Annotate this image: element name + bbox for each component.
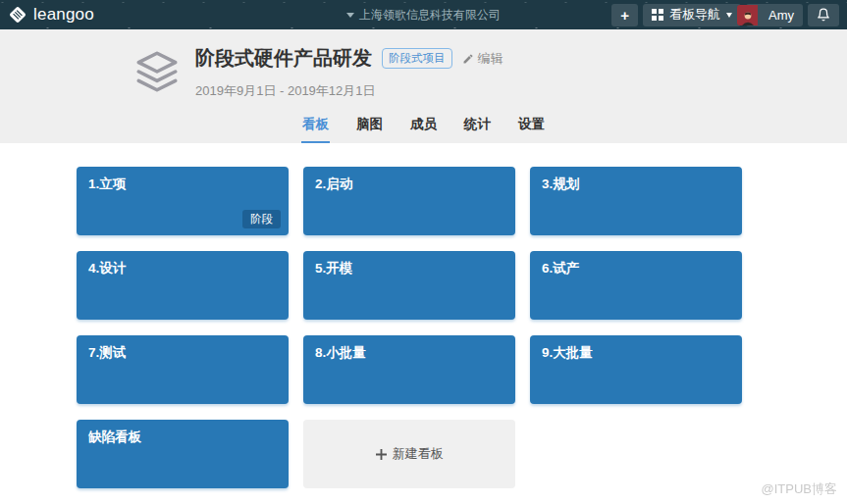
project-header: 阶段式硬件产品研发 阶段式项目 编辑 2019年9月1日 - 2019年12月1… xyxy=(0,29,847,143)
page-title: 阶段式硬件产品研发 xyxy=(195,45,372,72)
leangoo-logo-icon xyxy=(8,5,27,25)
boards-area: 1.立项 阶段 2.启动 3.规划 4.设计 5.开模 6.试产 7.测试 8.… xyxy=(0,143,847,504)
edit-project-button[interactable]: 编辑 xyxy=(462,50,503,68)
navbar-right: + 看板导航 Amy xyxy=(611,4,839,26)
board-name: 3.规划 xyxy=(542,176,730,193)
plus-icon: + xyxy=(620,8,629,23)
user-name: Amy xyxy=(755,8,794,23)
board-card-dapiliang[interactable]: 9.大批量 xyxy=(530,335,742,404)
board-card-guihua[interactable]: 3.规划 xyxy=(530,167,742,235)
tab-board[interactable]: 看板 xyxy=(301,110,330,143)
leangoo-logo[interactable]: leangoo xyxy=(8,5,94,25)
board-name: 5.开模 xyxy=(315,260,503,277)
tab-mindmap[interactable]: 脑图 xyxy=(355,110,384,143)
project-header-inner: 阶段式硬件产品研发 阶段式项目 编辑 2019年9月1日 - 2019年12月1… xyxy=(0,29,847,100)
add-button[interactable]: + xyxy=(611,4,638,26)
tab-members[interactable]: 成员 xyxy=(409,110,438,143)
tab-settings[interactable]: 设置 xyxy=(517,110,546,143)
board-card-quexian[interactable]: 缺陷看板 xyxy=(77,420,289,488)
boards-grid: 1.立项 阶段 2.启动 3.规划 4.设计 5.开模 6.试产 7.测试 8.… xyxy=(77,167,847,488)
company-switcher-button[interactable]: 上海领歌信息科技有限公司 xyxy=(346,7,501,24)
project-info: 阶段式硬件产品研发 阶段式项目 编辑 2019年9月1日 - 2019年12月1… xyxy=(195,45,503,100)
board-name: 4.设计 xyxy=(88,260,277,277)
boards-nav-label: 看板导航 xyxy=(669,6,720,24)
plus-icon xyxy=(376,449,387,460)
boards-nav-button[interactable]: 看板导航 xyxy=(643,4,741,26)
edit-label: 编辑 xyxy=(478,50,503,68)
board-name: 7.测试 xyxy=(88,344,277,362)
caret-down-icon xyxy=(726,13,732,18)
board-card-lixiang[interactable]: 1.立项 阶段 xyxy=(77,167,289,235)
board-card-shichan[interactable]: 6.试产 xyxy=(530,251,742,320)
bell-icon xyxy=(817,8,830,22)
watermark: @ITPUB博客 xyxy=(762,480,837,498)
project-date-range: 2019年9月1日 - 2019年12月1日 xyxy=(195,82,503,100)
board-card-xiaopiliang[interactable]: 8.小批量 xyxy=(303,335,515,404)
pencil-icon xyxy=(462,53,474,65)
board-name: 缺陷看板 xyxy=(88,428,277,446)
new-board-button[interactable]: 新建看板 xyxy=(303,420,515,488)
project-title-row: 阶段式硬件产品研发 阶段式项目 编辑 xyxy=(195,45,503,72)
board-name: 2.启动 xyxy=(315,176,503,193)
board-card-sheji[interactable]: 4.设计 xyxy=(77,251,289,320)
grid-icon xyxy=(652,9,663,21)
project-type-badge: 阶段式项目 xyxy=(382,48,452,69)
board-card-kaimo[interactable]: 5.开模 xyxy=(303,251,515,320)
brand-text: leangoo xyxy=(33,5,94,25)
company-name: 上海领歌信息科技有限公司 xyxy=(359,7,501,24)
tab-stats[interactable]: 统计 xyxy=(463,110,492,143)
board-card-ceshi[interactable]: 7.测试 xyxy=(77,335,289,404)
user-menu-button[interactable]: Amy xyxy=(746,4,803,26)
board-name: 6.试产 xyxy=(542,260,730,277)
tab-bar: 看板 脑图 成员 统计 设置 xyxy=(0,110,847,143)
notifications-button[interactable] xyxy=(808,4,839,26)
stage-tag-badge: 阶段 xyxy=(242,210,281,228)
board-name: 8.小批量 xyxy=(315,344,503,362)
board-name: 9.大批量 xyxy=(542,344,730,362)
board-name: 1.立项 xyxy=(88,176,277,193)
top-navbar: leangoo 上海领歌信息科技有限公司 + 看板导航 xyxy=(0,0,847,29)
new-board-label: 新建看板 xyxy=(393,445,444,463)
layers-icon xyxy=(132,47,182,96)
board-card-qidong[interactable]: 2.启动 xyxy=(303,167,515,235)
caret-down-icon xyxy=(346,13,354,18)
